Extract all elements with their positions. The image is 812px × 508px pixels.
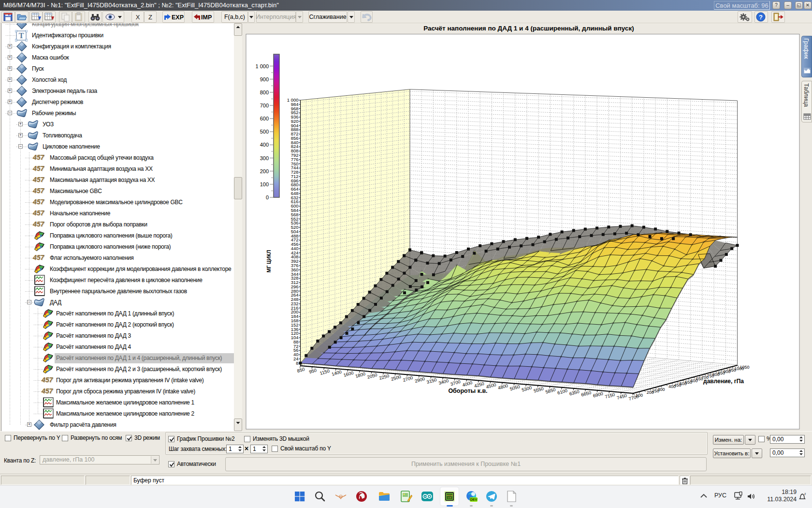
svg-text:600: 600 (260, 116, 269, 121)
svg-text:300: 300 (260, 155, 269, 161)
svg-text:EXP: EXP (172, 14, 184, 21)
svg-text:100: 100 (636, 393, 643, 398)
svg-text:800: 800 (260, 90, 269, 95)
svg-text:900: 900 (260, 76, 269, 82)
svg-text:400: 400 (260, 142, 269, 148)
svg-text:?: ? (759, 14, 763, 21)
svg-text:1 000: 1 000 (287, 97, 299, 103)
svg-text:100: 100 (260, 181, 269, 187)
svg-text:T: T (19, 31, 24, 40)
svg-text:200: 200 (260, 168, 269, 174)
svg-text:1050: 1050 (740, 365, 750, 370)
svg-text:Обороты к.в.: Обороты к.в. (448, 388, 487, 394)
svg-text:700: 700 (260, 103, 269, 108)
svg-text:300: 300 (657, 387, 665, 392)
svg-text:1 000: 1 000 (255, 63, 269, 69)
svg-text:давление, гПа: давление, гПа (703, 378, 744, 385)
svg-text:v 5: v 5 (448, 496, 451, 499)
svg-text:0: 0 (266, 194, 269, 200)
svg-text:z: z (804, 492, 806, 495)
svg-text:IMP: IMP (201, 14, 212, 21)
svg-text:500: 500 (260, 129, 269, 134)
svg-text:DEV: DEV (470, 498, 478, 501)
svg-text:МГ ЦИКЛ: МГ ЦИКЛ (266, 250, 272, 273)
